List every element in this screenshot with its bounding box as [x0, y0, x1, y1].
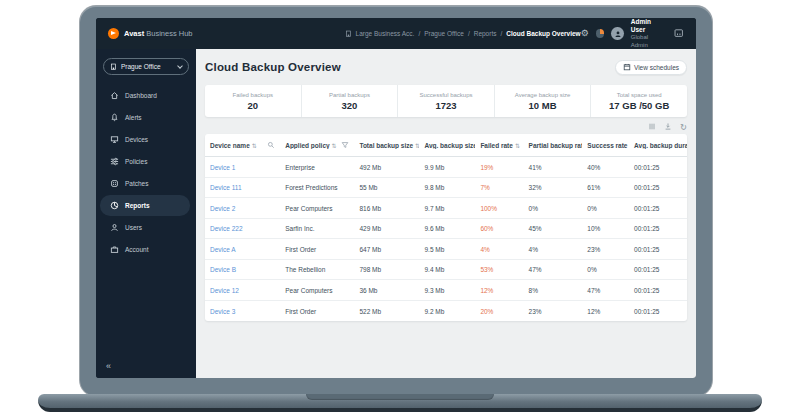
- stat-label: Partial backups: [329, 92, 370, 98]
- sidebar-item-account[interactable]: Account: [100, 239, 190, 260]
- breadcrumb: Large Business Acc. / Prague Office / Re…: [345, 30, 581, 37]
- failed-rate-cell: 60%: [475, 225, 523, 232]
- search-icon[interactable]: [267, 141, 275, 149]
- table-row[interactable]: Device 1 Enterprise 492 Mb 9.9 Mb 19% 41…: [205, 157, 687, 178]
- stat-label: Average backup size: [515, 92, 571, 98]
- sort-icon[interactable]: ⇅: [515, 142, 520, 149]
- column-header-device-name[interactable]: Device name ⇅: [205, 141, 280, 149]
- breadcrumb-item[interactable]: Reports: [474, 30, 497, 37]
- device-name-link[interactable]: Device 111: [205, 184, 280, 191]
- partial-rate-cell: 45%: [524, 225, 583, 232]
- table-row[interactable]: Device 222 Sarfin Inc. 429 Mb 9.6 Mb 60%…: [205, 219, 687, 240]
- refresh-icon[interactable]: ↻: [680, 123, 687, 132]
- user-icon: [110, 223, 119, 232]
- sort-icon[interactable]: ⇅: [332, 142, 337, 149]
- column-header-applied-policy[interactable]: Applied policy ⇅: [280, 141, 354, 149]
- sidebar-item-dashboard[interactable]: Dashboard: [100, 85, 190, 106]
- user-block[interactable]: Admin User Global Admin: [631, 18, 666, 49]
- success-rate-cell: 0%: [582, 205, 629, 212]
- sidebar-item-label: Policies: [125, 158, 147, 165]
- sidebar-item-label: Devices: [125, 136, 148, 143]
- device-name-link[interactable]: Device A: [205, 246, 280, 253]
- stat-label: Total space used: [617, 92, 662, 98]
- success-rate-cell: 61%: [582, 184, 629, 191]
- sidebar-item-policies[interactable]: Policies: [100, 151, 190, 172]
- applied-policy-cell: The Rebellion: [280, 266, 354, 273]
- breadcrumb-current: Cloud Backup Overview: [506, 30, 580, 37]
- home-icon: [110, 91, 119, 100]
- column-label: Partial backup rate: [529, 142, 583, 149]
- stat-value: 17 GB /50 GB: [609, 100, 669, 111]
- success-rate-cell: 47%: [582, 287, 629, 294]
- avg-backup-size-cell: 9.8 Mb: [419, 184, 475, 191]
- table-row[interactable]: Device 111 Forest Predictions 55 Mb 9.8 …: [205, 178, 687, 199]
- pie-report-icon: [110, 201, 119, 210]
- total-backup-size-cell: 522 Mb: [354, 308, 419, 315]
- stats-card: Failed backups 20 Partial backups 320 Su…: [205, 85, 687, 117]
- table-row[interactable]: Device 3 First Order 522 Mb 9.2 Mb 20% 2…: [205, 301, 687, 322]
- top-bar: Avast Business Hub Large Business Acc. /…: [96, 18, 696, 49]
- stat-successful-backups: Successful backups 1723: [397, 85, 494, 117]
- gear-icon[interactable]: ⚙: [581, 29, 589, 38]
- column-header-total-backup-size[interactable]: Total backup size ⇅: [354, 142, 419, 149]
- sidebar: Prague Office Dashboard Alerts Devices: [96, 49, 196, 378]
- total-backup-size-cell: 429 Mb: [354, 225, 419, 232]
- filter-icon[interactable]: [341, 141, 349, 149]
- partial-rate-cell: 32%: [524, 184, 583, 191]
- table-toolbar: ↻: [205, 119, 687, 134]
- sidebar-item-reports[interactable]: Reports: [100, 195, 190, 216]
- table-row[interactable]: Device 12 Pear Computers 36 Mb 9.3 Mb 12…: [205, 280, 687, 301]
- site-selector[interactable]: Prague Office: [103, 58, 189, 75]
- device-name-link[interactable]: Device 2: [205, 205, 280, 212]
- briefcase-icon: [110, 245, 119, 254]
- column-header-partial-backup-rate[interactable]: Partial backup rate ⇅: [524, 142, 583, 149]
- column-header-success-rate[interactable]: Success rate ⇅: [582, 142, 629, 149]
- avg-backup-size-cell: 9.9 Mb: [419, 164, 475, 171]
- stat-failed-backups: Failed backups 20: [205, 85, 301, 117]
- sidebar-item-devices[interactable]: Devices: [100, 129, 190, 150]
- duration-cell: 00:01:25: [629, 184, 687, 191]
- partial-rate-cell: 8%: [524, 287, 583, 294]
- column-header-avg-backup-duration[interactable]: Avg. backup duration ⇅: [629, 142, 687, 149]
- table-row[interactable]: Device 2 Pear Computers 816 Mb 9.7 Mb 10…: [205, 198, 687, 219]
- table-row[interactable]: Device A First Order 647 Mb 9.5 Mb 4% 4%…: [205, 239, 687, 260]
- column-label: Applied policy: [285, 142, 329, 149]
- chevron-down-icon: [177, 63, 183, 69]
- columns-icon[interactable]: [648, 122, 656, 131]
- building-icon: [110, 63, 117, 70]
- topbar-actions: ⚙ Admin User Global Admin: [581, 18, 684, 49]
- main-area: Prague Office Dashboard Alerts Devices: [96, 49, 696, 378]
- total-backup-size-cell: 798 Mb: [354, 266, 419, 273]
- sidebar-item-label: Patches: [125, 180, 149, 187]
- device-name-link[interactable]: Device 3: [205, 308, 280, 315]
- breadcrumb-item[interactable]: Large Business Acc.: [356, 30, 415, 37]
- device-name-link[interactable]: Device B: [205, 266, 280, 273]
- view-schedules-button[interactable]: View schedules: [615, 60, 687, 75]
- device-name-link[interactable]: Device 12: [205, 287, 280, 294]
- handbook-icon[interactable]: [673, 28, 684, 39]
- building-icon: [345, 30, 352, 37]
- sidebar-item-alerts[interactable]: Alerts: [100, 107, 190, 128]
- table-row[interactable]: Device B The Rebellion 798 Mb 9.4 Mb 53%…: [205, 260, 687, 281]
- sidebar-item-label: Users: [125, 224, 142, 231]
- success-rate-cell: 23%: [582, 246, 629, 253]
- site-selector-label: Prague Office: [121, 63, 161, 70]
- monitor-icon: [110, 135, 119, 144]
- device-name-link[interactable]: Device 1: [205, 164, 280, 171]
- avg-backup-size-cell: 9.6 Mb: [419, 225, 475, 232]
- sidebar-item-users[interactable]: Users: [100, 217, 190, 238]
- download-icon[interactable]: [664, 122, 672, 131]
- total-backup-size-cell: 36 Mb: [354, 287, 419, 294]
- content-area: Cloud Backup Overview View schedules Fai…: [196, 49, 696, 378]
- backup-table: Device name ⇅ Applied policy ⇅ Total bac…: [205, 134, 687, 321]
- column-header-failed-rate[interactable]: Failed rate ⇅: [475, 142, 523, 149]
- applied-policy-cell: Forest Predictions: [280, 184, 354, 191]
- pie-chart-icon[interactable]: [596, 29, 605, 38]
- sort-icon[interactable]: ⇅: [252, 142, 257, 149]
- sidebar-collapse-button[interactable]: «: [96, 355, 196, 378]
- sidebar-item-patches[interactable]: Patches: [100, 173, 190, 194]
- column-header-avg-backup-size[interactable]: Avg. backup size ⇅: [419, 142, 475, 149]
- device-name-link[interactable]: Device 222: [205, 225, 280, 232]
- avatar[interactable]: [611, 27, 623, 40]
- breadcrumb-item[interactable]: Prague Office: [424, 30, 464, 37]
